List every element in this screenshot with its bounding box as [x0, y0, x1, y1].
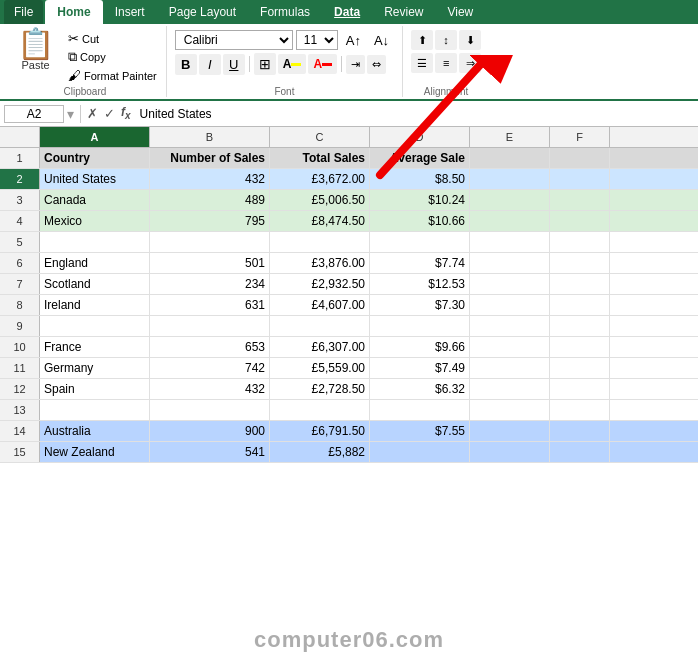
- cell-12-b[interactable]: 432: [150, 379, 270, 399]
- cell-2-c[interactable]: £3,672.00: [270, 169, 370, 189]
- cell-6-c[interactable]: £3,876.00: [270, 253, 370, 273]
- tab-insert[interactable]: Insert: [103, 0, 157, 24]
- cell-3-c[interactable]: £5,006.50: [270, 190, 370, 210]
- row-num-14[interactable]: 14: [0, 421, 40, 441]
- cell-12-d[interactable]: $6.32: [370, 379, 470, 399]
- name-box[interactable]: [4, 105, 64, 123]
- tab-review[interactable]: Review: [372, 0, 435, 24]
- align-top-button[interactable]: ⬆: [411, 30, 433, 50]
- border-button[interactable]: ⊞: [254, 53, 276, 75]
- cell-15-d[interactable]: [370, 442, 470, 462]
- copy-button[interactable]: ⧉ Copy: [65, 48, 160, 66]
- cell-7-c[interactable]: £2,932.50: [270, 274, 370, 294]
- cell-4-c[interactable]: £8,474.50: [270, 211, 370, 231]
- col-header-a[interactable]: A: [40, 127, 150, 147]
- col-header-c[interactable]: C: [270, 127, 370, 147]
- row-num-15[interactable]: 15: [0, 442, 40, 462]
- col-header-b[interactable]: B: [150, 127, 270, 147]
- cell-5-a[interactable]: [40, 232, 150, 252]
- cell-1-d[interactable]: Average Sale: [370, 148, 470, 168]
- cell-11-a[interactable]: Germany: [40, 358, 150, 378]
- cell-4-d[interactable]: $10.66: [370, 211, 470, 231]
- cell-6-b[interactable]: 501: [150, 253, 270, 273]
- cell-5-c[interactable]: [270, 232, 370, 252]
- cell-7-d[interactable]: $12.53: [370, 274, 470, 294]
- paste-button[interactable]: 📋 Paste: [10, 26, 61, 74]
- tab-data[interactable]: Data: [322, 0, 372, 24]
- underline-button[interactable]: U: [223, 54, 245, 75]
- align-bottom-button[interactable]: ⬇: [459, 30, 481, 50]
- cell-14-c[interactable]: £6,791.50: [270, 421, 370, 441]
- confirm-formula-icon[interactable]: ✓: [101, 106, 118, 121]
- tab-view[interactable]: View: [435, 0, 485, 24]
- cell-2-d[interactable]: $8.50: [370, 169, 470, 189]
- cell-3-d[interactable]: $10.24: [370, 190, 470, 210]
- font-size-select[interactable]: 11: [296, 30, 338, 50]
- tab-formulas[interactable]: Formulas: [248, 0, 322, 24]
- cell-14-a[interactable]: Australia: [40, 421, 150, 441]
- fill-color-button[interactable]: A: [278, 54, 307, 74]
- cell-6-e[interactable]: [470, 253, 550, 273]
- cell-2-e[interactable]: [470, 169, 550, 189]
- font-shrink-button[interactable]: A↓: [369, 31, 394, 50]
- cell-8-e[interactable]: [470, 295, 550, 315]
- cell-2-b[interactable]: 432: [150, 169, 270, 189]
- cell-11-d[interactable]: $7.49: [370, 358, 470, 378]
- font-name-select[interactable]: Calibri: [175, 30, 293, 50]
- cell-2-a[interactable]: United States: [40, 169, 150, 189]
- merge-center-button[interactable]: ⇔: [367, 55, 386, 74]
- row-num-12[interactable]: 12: [0, 379, 40, 399]
- cell-6-d[interactable]: $7.74: [370, 253, 470, 273]
- cut-button[interactable]: ✂ Cut: [65, 30, 160, 47]
- cell-1-f[interactable]: [550, 148, 610, 168]
- cell-8-a[interactable]: Ireland: [40, 295, 150, 315]
- cell-10-c[interactable]: £6,307.00: [270, 337, 370, 357]
- cell-5-e[interactable]: [470, 232, 550, 252]
- row-num-4[interactable]: 4: [0, 211, 40, 231]
- cell-12-c[interactable]: £2,728.50: [270, 379, 370, 399]
- cell-15-c[interactable]: £5,882: [270, 442, 370, 462]
- cell-6-a[interactable]: England: [40, 253, 150, 273]
- align-middle-button[interactable]: ↕: [435, 30, 457, 50]
- formula-input[interactable]: [134, 107, 694, 121]
- cell-10-b[interactable]: 653: [150, 337, 270, 357]
- cell-7-a[interactable]: Scotland: [40, 274, 150, 294]
- cell-3-a[interactable]: Canada: [40, 190, 150, 210]
- format-painter-button[interactable]: 🖌 Format Painter: [65, 67, 160, 84]
- row-num-5[interactable]: 5: [0, 232, 40, 252]
- cell-14-b[interactable]: 900: [150, 421, 270, 441]
- tab-file[interactable]: File: [4, 0, 43, 24]
- cell-3-e[interactable]: [470, 190, 550, 210]
- cell-6-f[interactable]: [550, 253, 610, 273]
- cell-8-f[interactable]: [550, 295, 610, 315]
- cell-1-e[interactable]: [470, 148, 550, 168]
- row-num-9[interactable]: 9: [0, 316, 40, 336]
- font-grow-button[interactable]: A↑: [341, 31, 366, 50]
- col-header-e[interactable]: E: [470, 127, 550, 147]
- row-num-13[interactable]: 13: [0, 400, 40, 420]
- col-header-f[interactable]: F: [550, 127, 610, 147]
- cell-15-b[interactable]: 541: [150, 442, 270, 462]
- cell-7-f[interactable]: [550, 274, 610, 294]
- row-num-1[interactable]: 1: [0, 148, 40, 168]
- cell-4-f[interactable]: [550, 211, 610, 231]
- cell-1-a[interactable]: Country: [40, 148, 150, 168]
- cell-11-b[interactable]: 742: [150, 358, 270, 378]
- row-num-7[interactable]: 7: [0, 274, 40, 294]
- tab-home[interactable]: Home: [45, 0, 102, 24]
- font-color-button[interactable]: A: [308, 54, 337, 74]
- row-num-2[interactable]: 2: [0, 169, 40, 189]
- cell-12-a[interactable]: Spain: [40, 379, 150, 399]
- cell-7-b[interactable]: 234: [150, 274, 270, 294]
- cell-11-c[interactable]: £5,559.00: [270, 358, 370, 378]
- align-left-button[interactable]: ☰: [411, 53, 433, 73]
- cell-3-f[interactable]: [550, 190, 610, 210]
- wrap-text-button[interactable]: ⇥: [346, 55, 365, 74]
- cell-4-a[interactable]: Mexico: [40, 211, 150, 231]
- cell-1-b[interactable]: Number of Sales: [150, 148, 270, 168]
- cell-15-a[interactable]: New Zealand: [40, 442, 150, 462]
- row-num-10[interactable]: 10: [0, 337, 40, 357]
- row-num-3[interactable]: 3: [0, 190, 40, 210]
- cell-4-e[interactable]: [470, 211, 550, 231]
- cell-14-d[interactable]: $7.55: [370, 421, 470, 441]
